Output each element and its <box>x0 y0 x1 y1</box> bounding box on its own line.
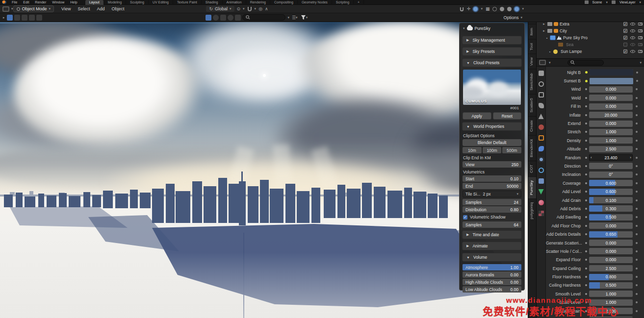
view-layer-selector[interactable]: ViewLayer <box>619 0 636 4</box>
section-cloud-presets[interactable]: ▼ Cloud Presets <box>462 58 522 67</box>
property-value-field[interactable]: ‹ 0° › <box>589 171 633 178</box>
end-field[interactable]: End 50000 <box>463 183 521 189</box>
eye-visibility-icon[interactable] <box>630 29 635 32</box>
decorator-dot-icon[interactable] <box>585 140 587 142</box>
section-volume[interactable]: ▼ Volume <box>462 253 522 262</box>
render-icon[interactable] <box>539 81 544 87</box>
property-value-field[interactable]: ‹ 0.000 › <box>589 257 633 263</box>
animate-dot-icon[interactable] <box>636 140 638 142</box>
property-value-field[interactable]: ‹ 1.000 › <box>589 137 633 144</box>
animate-dot-icon[interactable] <box>636 199 638 201</box>
gizmo-toggle-icon[interactable] <box>220 15 226 21</box>
material-icon[interactable] <box>539 200 544 205</box>
viewport-menu[interactable]: Object <box>108 6 128 11</box>
blender-default-button[interactable]: Blender Default <box>463 139 521 146</box>
world-icon[interactable] <box>539 124 544 130</box>
checkbox-icon[interactable] <box>623 29 627 33</box>
overlays-icon[interactable]: ▦ <box>486 6 490 11</box>
animate-dot-icon[interactable] <box>636 131 638 133</box>
decorator-dot-icon[interactable] <box>585 182 587 184</box>
animate-dot-icon[interactable] <box>636 242 638 244</box>
property-value-field[interactable]: ‹ 2.500 › <box>589 146 633 152</box>
property-value-field[interactable]: ‹ 0.000 › <box>589 222 633 229</box>
topbar-menu[interactable]: Window <box>49 0 67 4</box>
decorator-dot-icon[interactable] <box>585 131 587 133</box>
rendered-shading-icon[interactable] <box>515 7 519 11</box>
decorator-dot-icon[interactable] <box>585 105 587 107</box>
disclosure-arrow-icon[interactable]: • <box>548 50 552 53</box>
property-value-field[interactable]: ‹ 0.650 › <box>589 231 633 238</box>
volumetric-shadow-checkbox[interactable]: ✓ Volumetric Shadow <box>463 215 521 220</box>
decorator-dot-icon[interactable] <box>585 268 587 269</box>
decorator-dot-icon[interactable] <box>585 293 587 295</box>
decorator-dot-icon[interactable] <box>585 208 587 210</box>
decorator-dot-icon[interactable] <box>585 216 587 218</box>
volume-slider[interactable]: Atmosphere 1.00 <box>463 264 521 270</box>
increment-arrow-icon[interactable]: › <box>630 155 631 160</box>
decorator-dot-icon[interactable] <box>585 157 587 159</box>
tree-list-icon[interactable]: ☰ <box>292 15 296 20</box>
disclosure-arrow-icon[interactable]: ▸ <box>542 29 546 33</box>
checkbox-icon[interactable] <box>623 36 627 40</box>
animate-dot-icon[interactable] <box>636 165 638 167</box>
animate-dot-icon[interactable] <box>636 208 638 210</box>
blender-logo-icon[interactable] <box>2 0 6 4</box>
animate-dot-icon[interactable] <box>636 233 638 235</box>
modifiers-icon[interactable] <box>539 146 544 151</box>
viewport-menu[interactable]: View <box>58 6 74 11</box>
workspace-tab[interactable]: Rendering <box>246 0 270 5</box>
animate-dot-icon[interactable] <box>636 225 638 227</box>
animate-dot-icon[interactable] <box>636 293 638 295</box>
decorator-dot-icon[interactable] <box>585 165 587 167</box>
visibility-toggle-icon[interactable] <box>213 15 219 21</box>
property-value-field[interactable]: ‹ 0.000 › <box>589 95 633 101</box>
workspace-tab[interactable]: Geometry Nodes <box>298 0 332 5</box>
disclosure-arrow-icon[interactable]: ▸ <box>542 22 546 26</box>
object-icon[interactable] <box>539 135 544 141</box>
distance-button[interactable]: 10m <box>463 147 482 153</box>
outliner-row[interactable]: Sea <box>537 41 644 48</box>
sidebar-tab[interactable]: Tool <box>528 39 536 54</box>
sidebar-tab[interactable]: Create <box>528 116 536 135</box>
animate-dot-icon[interactable] <box>636 276 638 278</box>
wireframe-shading-icon[interactable] <box>492 7 497 11</box>
topbar-menu[interactable]: File <box>9 0 20 4</box>
property-value-field[interactable]: ‹ 0.000 › <box>589 86 633 93</box>
scene-selector[interactable]: Scene <box>592 0 602 4</box>
sidebar-tab[interactable]: COT <box>528 161 536 176</box>
physics-icon[interactable] <box>539 168 544 173</box>
editor-type-icon[interactable] <box>2 6 9 12</box>
property-value-field[interactable]: ‹ 2.500 › <box>589 265 633 271</box>
properties-search-input[interactable] <box>567 60 604 66</box>
animate-dot-icon[interactable] <box>636 148 638 150</box>
property-value-field[interactable]: ‹ › <box>590 78 633 84</box>
xray-toggle-icon[interactable] <box>235 15 241 21</box>
options-dropdown[interactable]: Options ▾ <box>503 15 522 20</box>
decorator-dot-icon[interactable] <box>585 233 587 235</box>
property-value-field[interactable]: ‹ 0.000 › <box>589 103 633 110</box>
volume-slider[interactable]: Aurora Borealis 0.00 <box>463 271 521 278</box>
property-value-field[interactable]: ‹ 1.000 › <box>589 291 633 297</box>
eye-visibility-icon[interactable] <box>630 36 635 39</box>
sidebar-tab[interactable]: Sketchfab <box>528 69 536 94</box>
view-field[interactable]: View 250 <box>463 161 521 168</box>
workspace-tab[interactable]: Shading <box>202 0 223 5</box>
sidebar-tab[interactable]: PureSky <box>528 176 536 198</box>
sidebar-tab[interactable]: View <box>528 53 536 69</box>
animate-dot-icon[interactable] <box>636 284 638 286</box>
workspace-tab[interactable]: Texture Paint <box>173 0 202 5</box>
property-value-field[interactable]: ‹ 0.800 › <box>589 274 633 280</box>
select-circle-tool-icon[interactable] <box>22 15 27 21</box>
animate-dot-icon[interactable] <box>636 301 638 303</box>
sidebar-tab[interactable]: Item <box>528 24 536 39</box>
section-world-properties[interactable]: ▼ World Properties <box>462 122 522 131</box>
volume-slider[interactable]: Low Altitude Clouds 0.00 <box>463 286 521 293</box>
topbar-menu[interactable]: Help <box>67 0 80 4</box>
animate-dot-icon[interactable] <box>636 216 638 218</box>
disclosure-arrow-icon[interactable]: • <box>545 36 549 40</box>
collapse-arrow-icon[interactable]: ▾ <box>463 26 465 30</box>
decorator-dot-icon[interactable] <box>585 242 587 244</box>
decorator-dot-icon[interactable] <box>585 97 587 99</box>
decorator-dot-icon[interactable] <box>585 114 587 116</box>
workspace-tab[interactable]: Scripting <box>332 0 354 5</box>
